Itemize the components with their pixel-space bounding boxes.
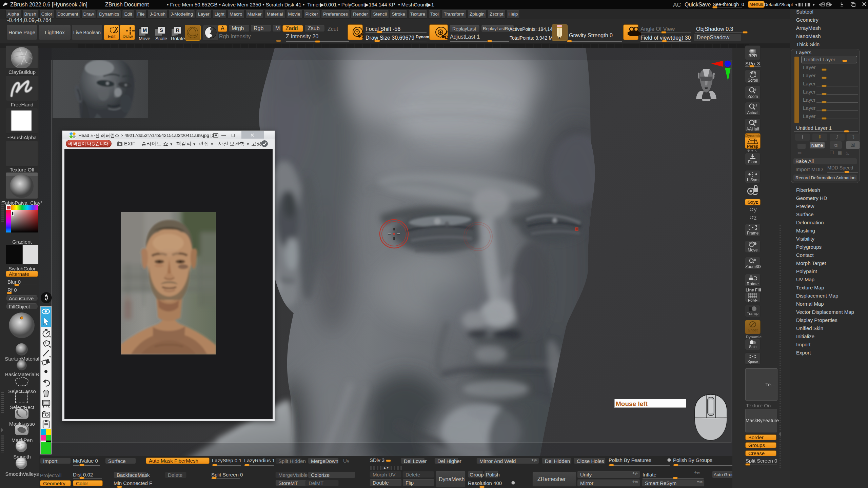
svg-text:S: S: [361, 33, 364, 39]
svg-text:D: D: [445, 34, 449, 40]
svg-text:x1: x1: [754, 104, 757, 107]
